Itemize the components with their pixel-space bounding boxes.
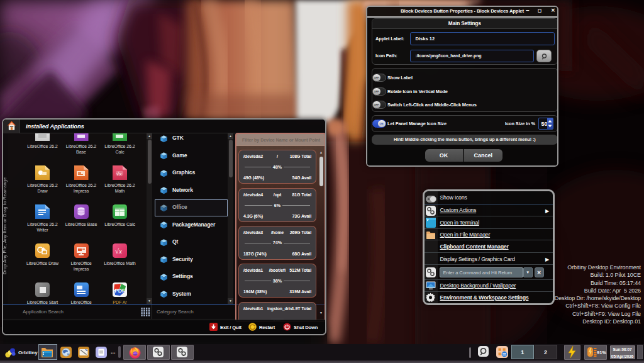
svg-text:PDF: PDF	[114, 288, 125, 294]
svg-text:√x: √x	[115, 247, 122, 255]
svg-text:√x: √x	[116, 171, 121, 176]
